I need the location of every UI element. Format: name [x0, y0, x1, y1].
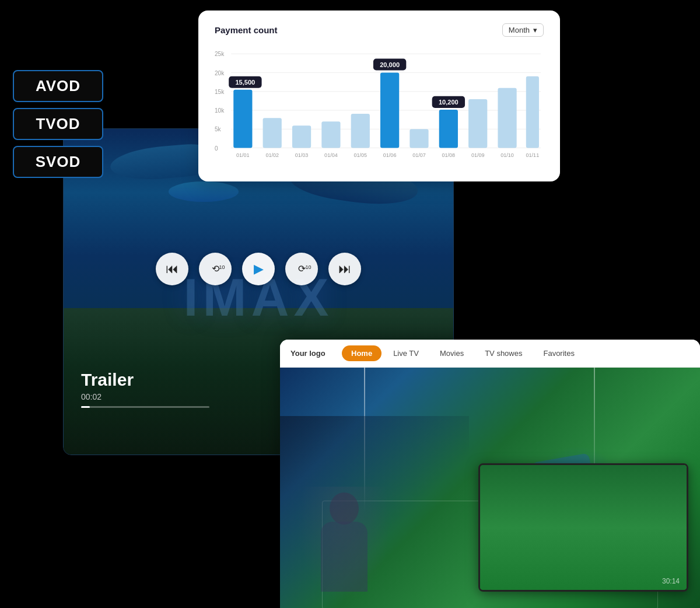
month-dropdown[interactable]: Month ▾: [502, 23, 544, 37]
avod-label[interactable]: AVOD: [13, 70, 103, 102]
svod-label[interactable]: SVOD: [13, 146, 103, 178]
person-silhouette: [298, 487, 391, 603]
svg-rect-12: [233, 90, 252, 148]
svg-text:15,500: 15,500: [235, 79, 255, 86]
svg-text:01/06: 01/06: [383, 152, 397, 158]
trailer-current-time: 00:02: [81, 392, 209, 401]
tv-app-screen: Your logo Home Live TV Movies TV showes …: [280, 340, 700, 608]
nav-movies-label: Movies: [440, 349, 464, 358]
tv-stand: [566, 590, 601, 592]
svg-text:5k: 5k: [215, 126, 222, 132]
svg-rect-27: [498, 88, 516, 148]
rewind-button[interactable]: ⟲10: [199, 253, 232, 285]
inner-tv-field: [480, 465, 687, 590]
play-icon: ▶: [254, 261, 264, 277]
forward-icon: ⟳10: [298, 263, 306, 274]
tvod-text: TVOD: [36, 115, 80, 133]
svg-text:15k: 15k: [215, 89, 225, 95]
play-button[interactable]: ▶: [242, 253, 275, 285]
nav-live-tv[interactable]: Live TV: [384, 345, 428, 361]
progress-fill: [81, 406, 90, 408]
tv-nav-bar: Your logo Home Live TV Movies TV showes …: [280, 340, 700, 368]
whale-shape-3: [169, 181, 239, 202]
svg-text:01/03: 01/03: [295, 152, 309, 158]
player-controls: ⏮ ⟲10 ▶ ⟳10 ⏭: [156, 253, 361, 285]
svg-text:01/11: 01/11: [526, 152, 540, 158]
tv-content-area: 30:14: [280, 368, 700, 608]
chart-title: Payment count: [215, 25, 278, 35]
trailer-label: Trailer 00:02: [81, 370, 209, 408]
skip-forward-icon: ⏭: [338, 261, 351, 277]
svg-rect-28: [526, 76, 539, 148]
svg-text:01/09: 01/09: [471, 152, 485, 158]
inner-tv-device: 30:14: [478, 463, 688, 592]
svg-rect-18: [351, 114, 370, 148]
person-head: [330, 492, 359, 525]
svg-text:01/07: 01/07: [412, 152, 426, 158]
svg-text:01/04: 01/04: [324, 152, 338, 158]
month-label: Month: [509, 26, 530, 34]
avod-text: AVOD: [36, 77, 80, 95]
svg-rect-23: [439, 110, 458, 148]
svg-rect-22: [410, 129, 428, 148]
svg-text:01/01: 01/01: [236, 152, 250, 158]
svg-rect-16: [292, 125, 311, 148]
svg-text:01/08: 01/08: [442, 152, 456, 158]
skip-back-button[interactable]: ⏮: [156, 253, 188, 285]
trailer-title: Trailer: [81, 370, 209, 390]
svg-text:01/10: 01/10: [501, 152, 514, 158]
rewind-icon: ⟲10: [212, 263, 219, 274]
svg-rect-15: [263, 118, 282, 148]
svg-text:01/02: 01/02: [265, 152, 279, 158]
svg-rect-17: [321, 121, 340, 148]
nav-home[interactable]: Home: [342, 345, 382, 361]
svg-rect-19: [380, 73, 399, 148]
nav-live-tv-label: Live TV: [393, 349, 419, 358]
nav-movies[interactable]: Movies: [430, 345, 473, 361]
chart-area: 25k 20k 15k 10k 5k 0 15,500: [215, 43, 544, 171]
tv-nav-items: Home Live TV Movies TV showes Favorites: [342, 345, 584, 361]
svg-text:0: 0: [215, 145, 218, 152]
payment-chart-card: Payment count Month ▾ 25k 20k 15k 10k 5k…: [198, 11, 560, 181]
svg-text:25k: 25k: [215, 51, 225, 57]
inner-tv-content: [480, 465, 687, 590]
nav-favorites-label: Favorites: [543, 349, 574, 358]
nav-tv-shows-label: TV showes: [485, 349, 522, 358]
skip-forward-button[interactable]: ⏭: [328, 253, 361, 285]
person-body: [321, 522, 368, 592]
svg-rect-26: [468, 99, 487, 148]
svg-text:10k: 10k: [215, 107, 225, 114]
progress-bar: [81, 406, 209, 408]
tv-content-time: 30:14: [662, 577, 680, 585]
svod-text: SVOD: [36, 153, 81, 171]
nav-home-label: Home: [351, 349, 372, 358]
svg-text:10,200: 10,200: [439, 99, 459, 106]
vod-labels-container: AVOD TVOD SVOD: [13, 70, 103, 178]
nav-tv-shows[interactable]: TV showes: [475, 345, 531, 361]
tv-app-logo: Your logo: [290, 349, 331, 358]
skip-back-icon: ⏮: [166, 261, 178, 277]
svg-text:01/05: 01/05: [354, 152, 367, 158]
chart-header: Payment count Month ▾: [215, 23, 544, 37]
chart-svg: 25k 20k 15k 10k 5k 0 15,500: [215, 43, 544, 171]
svg-text:20k: 20k: [215, 70, 225, 76]
chevron-down-icon: ▾: [533, 26, 537, 34]
nav-favorites[interactable]: Favorites: [534, 345, 583, 361]
forward-button[interactable]: ⟳10: [285, 253, 318, 285]
svg-text:20,000: 20,000: [380, 61, 400, 68]
tvod-label[interactable]: TVOD: [13, 108, 103, 140]
